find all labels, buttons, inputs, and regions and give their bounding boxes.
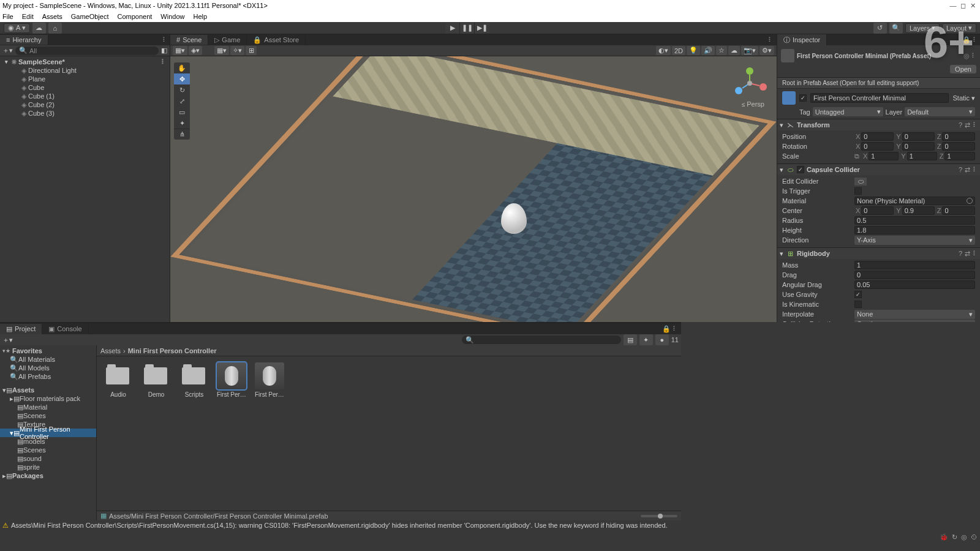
menu-help[interactable]: Help: [193, 13, 207, 20]
hierarchy-item[interactable]: ◈Cube (3): [0, 109, 170, 118]
pivot-button[interactable]: ▦▾: [173, 46, 187, 55]
menu-edit[interactable]: Edit: [22, 13, 34, 20]
hierarchy-item[interactable]: ◈Cube (2): [0, 100, 170, 109]
menu-file[interactable]: File: [2, 13, 13, 20]
cloud-icon[interactable]: ☁: [32, 23, 46, 34]
hierarchy-tab[interactable]: ≡ Hierarchy: [0, 35, 48, 45]
pause-button[interactable]: ❚❚: [460, 23, 475, 34]
fx-toggle[interactable]: ☆: [716, 46, 727, 55]
assetstore-tab[interactable]: 🔒 Asset Store: [247, 35, 306, 45]
menu-icon[interactable]: ⠇: [973, 121, 978, 129]
hand-tool[interactable]: ✋: [174, 62, 190, 73]
minimize-button[interactable]: —: [948, 2, 958, 9]
rect-tool[interactable]: ▭: [174, 107, 190, 118]
grid-folder[interactable]: Scripts: [179, 362, 209, 398]
zoom-slider[interactable]: [641, 515, 677, 517]
filter-icon[interactable]: ▤: [624, 334, 637, 345]
project-search[interactable]: 🔍: [462, 335, 621, 344]
scale-tool[interactable]: ⤢: [174, 96, 190, 107]
inspector-lock-icon[interactable]: 🔒 ⠇: [960, 36, 980, 44]
menu-component[interactable]: Component: [117, 13, 152, 20]
scene-row[interactable]: ▾⛯SampleScene*⠇: [0, 58, 170, 66]
menu-window[interactable]: Window: [160, 13, 184, 20]
layout-dropdown[interactable]: Layout ▾: [942, 23, 976, 33]
hierarchy-item[interactable]: ◈Cube: [0, 83, 170, 92]
orientation-gizmo[interactable]: [728, 61, 772, 105]
material-field[interactable]: None (Physic Material): [854, 197, 975, 205]
hierarchy-item[interactable]: ◈Directional Light: [0, 66, 170, 75]
grid-prefab[interactable]: First Perso...: [255, 362, 285, 398]
gameobject-icon[interactable]: [782, 91, 796, 105]
capsule-enabled[interactable]: [797, 166, 804, 173]
handle-button[interactable]: ◈▾: [189, 46, 202, 55]
edit-collider-button[interactable]: ⬭: [854, 178, 867, 186]
hierarchy-search[interactable]: 🔍 All: [15, 47, 159, 55]
hierarchy-visibility-icon[interactable]: ◧: [161, 47, 167, 54]
grid-snap-button[interactable]: ▦▾: [214, 46, 229, 55]
menu-gameobject[interactable]: GameObject: [71, 13, 109, 20]
search-icon[interactable]: 🔍: [889, 23, 903, 34]
inspector-tab[interactable]: ⓘ Inspector: [777, 34, 827, 46]
static-checkbox[interactable]: Static ▾: [952, 94, 975, 102]
pos-z[interactable]: 0: [942, 132, 975, 141]
console-status-bar[interactable]: ⚠ Assets\Mini First Person Controller\Sc…: [0, 520, 980, 530]
name-field[interactable]: First Person Controller Minimal: [810, 93, 949, 103]
services-icon[interactable]: ⌂: [48, 23, 62, 34]
rotate-tool[interactable]: ↻: [174, 84, 190, 96]
game-tab[interactable]: ▷ Game: [208, 35, 247, 45]
star-icon[interactable]: ✦: [639, 334, 653, 345]
step-button[interactable]: ▶❚: [475, 23, 489, 34]
active-checkbox[interactable]: [799, 94, 807, 102]
lighting-toggle[interactable]: 💡: [687, 46, 700, 55]
help-icon[interactable]: ?: [959, 121, 962, 129]
close-button[interactable]: ✕: [968, 2, 978, 10]
gizmos-toggle[interactable]: ⚙▾: [760, 46, 774, 55]
scene-options-icon[interactable]: ⠇: [764, 36, 777, 44]
bug-icon[interactable]: 🐞: [940, 533, 948, 541]
snap-button[interactable]: ⊞: [246, 46, 257, 55]
selected-folder[interactable]: ▾▤ Mini First Person Controller: [0, 429, 96, 437]
camera-toggle[interactable]: 📷▾: [741, 46, 758, 55]
addressable-icon[interactable]: ◎ ⠇: [963, 52, 976, 60]
cache-icon[interactable]: ◎: [961, 533, 967, 541]
layer-dropdown[interactable]: Default▾: [905, 107, 975, 116]
fav-item[interactable]: 🔍 All Materials: [0, 355, 96, 364]
open-button[interactable]: Open: [950, 65, 976, 73]
scene-tab[interactable]: # Scene: [170, 35, 208, 45]
custom-tool[interactable]: ⋔: [174, 129, 190, 140]
snap-increment-button[interactable]: ✧▾: [230, 46, 244, 55]
gravity-chk[interactable]: [854, 291, 862, 298]
move-tool[interactable]: ✥: [174, 73, 190, 84]
is-trigger[interactable]: [854, 187, 862, 195]
scene-viewport[interactable]: ✋ ✥ ↻ ⤢ ▭ ✦ ⋔ ≤ Persp: [170, 56, 777, 322]
pos-x[interactable]: 0: [861, 132, 894, 141]
sky-toggle[interactable]: ☁: [728, 46, 740, 55]
fav-item[interactable]: 🔍 All Prefabs: [0, 372, 96, 381]
direction-dropdown[interactable]: Y-Axis▾: [854, 236, 975, 245]
maximize-button[interactable]: ◻: [958, 2, 968, 10]
draw-mode-button[interactable]: ◐▾: [656, 46, 671, 55]
autorefresh-icon[interactable]: ↻: [952, 533, 957, 541]
scene-menu-icon[interactable]: ⠇: [161, 58, 170, 66]
create-dropdown[interactable]: ＋▾: [2, 335, 13, 345]
menu-assets[interactable]: Assets: [42, 13, 62, 20]
hierarchy-item[interactable]: ◈Plane: [0, 75, 170, 83]
2d-toggle[interactable]: 2D: [672, 46, 685, 55]
grid-prefab[interactable]: First Perso...: [217, 362, 247, 398]
project-lock-icon[interactable]: 🔒 ⠇: [658, 325, 681, 333]
hierarchy-item[interactable]: ◈Cube (1): [0, 92, 170, 100]
kinematic-chk[interactable]: [854, 301, 862, 308]
preset-icon[interactable]: ⇄: [965, 121, 970, 129]
persp-label[interactable]: ≤ Persp: [742, 100, 764, 108]
audio-toggle[interactable]: 🔊: [701, 46, 715, 55]
account-dropdown[interactable]: ◉ A ▾: [4, 23, 30, 33]
undo-history-icon[interactable]: ↺: [873, 23, 887, 34]
grid-folder[interactable]: Audio: [103, 362, 134, 398]
create-dropdown[interactable]: ＋▾: [2, 46, 13, 55]
console-tab[interactable]: ▣ Console: [42, 324, 88, 334]
play-button[interactable]: ▶: [445, 23, 460, 34]
status-icon[interactable]: ⏲: [971, 533, 978, 541]
hidden-icon[interactable]: ●: [655, 334, 669, 345]
pos-y[interactable]: 0: [902, 132, 935, 141]
tag-dropdown[interactable]: Untagged▾: [813, 107, 883, 116]
